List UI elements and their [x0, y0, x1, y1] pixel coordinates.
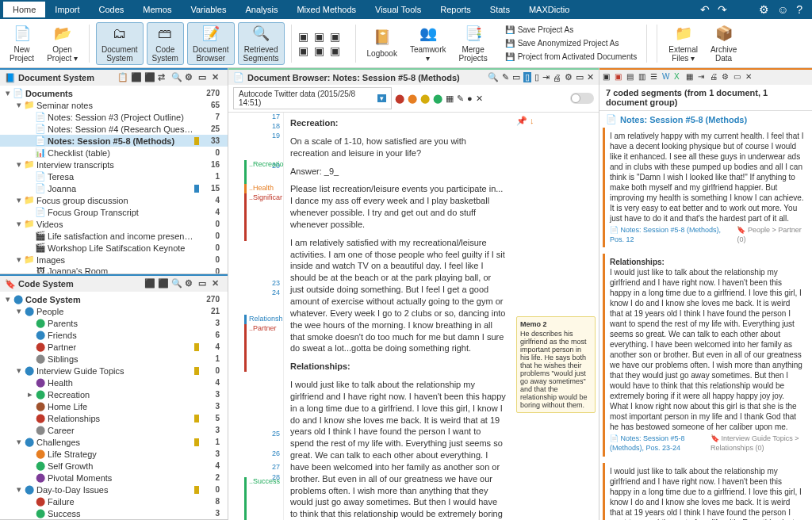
ribbon-retrieved[interactable]: 🔍RetrievedSegments	[238, 22, 285, 65]
tree-row[interactable]: ▾📁Seminar notes65	[0, 99, 228, 111]
menu-tab-analysis[interactable]: Analysis	[236, 2, 287, 17]
layout-icon[interactable]: ▣	[330, 44, 344, 57]
tool-icon[interactable]: 🔍	[171, 278, 182, 289]
retrieved-segment[interactable]: I would just like to talk about the rela…	[603, 463, 809, 520]
memo-box[interactable]: Memo 2 He describes his girlfriend as th…	[516, 316, 596, 413]
tree-row[interactable]: 📄Notes: Session #3 (Project Outline)7	[0, 111, 228, 123]
tool-icon[interactable]: ▯	[534, 72, 539, 82]
excel-icon[interactable]: X	[674, 72, 684, 82]
retrieved-segment[interactable]: I am relatively happy with my current he…	[603, 128, 809, 247]
settings-icon[interactable]: ⚙	[565, 72, 573, 82]
smile-icon[interactable]: ☺	[777, 3, 788, 16]
tree-row[interactable]: ▾⬤Challenges1	[0, 436, 228, 448]
close-icon[interactable]: ✕	[212, 278, 223, 289]
tree-row[interactable]: ⬤Failure8	[0, 495, 228, 507]
menu-tab-import[interactable]: Import	[45, 2, 89, 17]
tool-icon[interactable]: 🖨	[710, 72, 720, 82]
retrieved-segment[interactable]: Relationships:I would just like to talk …	[603, 254, 809, 456]
tree-row[interactable]: ⬤Siblings1	[0, 353, 228, 365]
tool-icon[interactable]: 🖨	[553, 73, 561, 82]
memo-anchor-icon[interactable]: 📌 ↓	[516, 116, 596, 126]
settings-icon[interactable]: ⚙	[759, 3, 769, 16]
document-tree[interactable]: ▾📄Documents270▾📁Seminar notes65📄Notes: S…	[0, 86, 228, 273]
code-tree[interactable]: ▾⬤Code System270▾⬤People21⬤Parents3⬤Frie…	[0, 292, 228, 519]
tree-row[interactable]: 📄Teresa1	[0, 170, 228, 182]
tool-icon[interactable]: ●	[467, 94, 473, 103]
tree-row[interactable]: ▾📁Focus group discussion4	[0, 194, 228, 206]
ribbon-open[interactable]: 📂OpenProject ▾	[42, 23, 82, 64]
tool-icon[interactable]: 📋	[117, 72, 128, 83]
tree-row[interactable]: ▾📁Interview transcripts16	[0, 159, 228, 170]
tree-row[interactable]: ▾⬤Day-to-Day Issues0	[0, 484, 228, 495]
tool-icon[interactable]: ⬛	[131, 72, 142, 83]
menu-tab-visual tools[interactable]: Visual Tools	[366, 2, 431, 17]
tree-row[interactable]: ⬤Career3	[0, 424, 228, 436]
tree-row[interactable]: 🎬Workshop Life Satifscation Keynote0	[0, 242, 228, 254]
tree-row[interactable]: ⬤Self Growth4	[0, 460, 228, 472]
tool-icon[interactable]: ▯	[523, 72, 531, 82]
tree-row[interactable]: ⬤Partner4	[0, 341, 228, 353]
ribbon-external[interactable]: 📁ExternalFiles ▾	[664, 23, 703, 64]
tree-row[interactable]: ⬤Home Life3	[0, 400, 228, 412]
search-icon[interactable]: 🔍	[488, 72, 499, 82]
menu-tab-reports[interactable]: Reports	[431, 2, 481, 17]
tool-icon[interactable]: ▣	[615, 72, 625, 82]
collapse-icon[interactable]: ▭	[198, 72, 209, 83]
collapse-icon[interactable]: ▭	[733, 72, 744, 82]
tool-icon[interactable]: ⬛	[144, 278, 155, 289]
tree-row[interactable]: ▾⬤Interview Guide Topics0	[0, 365, 228, 377]
layout-icon[interactable]: ▣	[298, 44, 312, 57]
collapse-icon[interactable]: ▭	[576, 72, 584, 82]
ribbon-code[interactable]: 🗃CodeSystem	[147, 22, 184, 65]
tree-row[interactable]: 🖼Joanna's Room0	[0, 266, 228, 273]
tool-icon[interactable]: ▭	[512, 72, 520, 82]
close-icon[interactable]: ✕	[212, 72, 223, 83]
tool-icon[interactable]: ▣	[603, 72, 613, 82]
tree-row[interactable]: 📄Joanna15	[0, 182, 228, 194]
layout-icon[interactable]: ▣	[330, 30, 344, 43]
tool-icon[interactable]: ⬤	[395, 94, 404, 104]
tree-row[interactable]: ⬤Friends6	[0, 329, 228, 341]
tree-row[interactable]: ▾📁Images0	[0, 254, 228, 266]
close-icon[interactable]: ✕	[745, 72, 756, 82]
tool-icon[interactable]: ▦	[446, 94, 454, 104]
autocode-dropdown[interactable]: Autocode Twitter data (2015/25/8 14:51)▾	[233, 87, 392, 109]
ribbon-new[interactable]: 📄NewProject	[5, 23, 39, 64]
tool-icon[interactable]: ✎	[457, 94, 464, 104]
ribbon-teamwork[interactable]: 👥Teamwork▾	[405, 23, 451, 64]
tool-icon[interactable]: ▤	[626, 72, 637, 82]
tool-icon[interactable]: ⬛	[144, 72, 155, 83]
redo-icon[interactable]: ↷	[718, 3, 727, 16]
toggle-switch[interactable]	[570, 93, 594, 104]
tree-row[interactable]: ▾⬤People21	[0, 305, 228, 317]
tree-row[interactable]: ▾⬤Code System270	[0, 293, 228, 305]
ribbon-logbook[interactable]: 📔Logbook	[362, 27, 402, 59]
tree-row[interactable]: ⬤Success3	[0, 507, 228, 519]
tree-row[interactable]: ▸⬤Recreation3	[0, 388, 228, 400]
menu-tab-memos[interactable]: Memos	[133, 2, 181, 17]
layout-icon[interactable]: ▣	[314, 30, 328, 43]
menu-tab-codes[interactable]: Codes	[90, 2, 134, 17]
tree-row[interactable]: ▾📁Videos0	[0, 218, 228, 230]
settings-icon[interactable]: ⚙	[185, 72, 196, 83]
word-icon[interactable]: W	[662, 72, 672, 82]
tool-icon[interactable]: ⇥	[542, 72, 550, 82]
close-icon[interactable]: ✕	[587, 72, 594, 82]
tool-icon[interactable]: ⬤	[420, 94, 430, 104]
menu-tab-home[interactable]: Home	[3, 2, 45, 17]
menu-tab-stats[interactable]: Stats	[481, 2, 519, 17]
menu-tab-variables[interactable]: Variables	[181, 2, 236, 17]
document-text[interactable]: Recreation:On a scale of 1-10, how satis…	[284, 113, 513, 520]
tree-row[interactable]: 📄Notes: Session #5-8 (Methods)33	[0, 135, 228, 147]
collapse-icon[interactable]: ▭	[198, 278, 209, 289]
tree-row[interactable]: ⬤Life Strategy3	[0, 448, 228, 460]
tree-row[interactable]: ⬤Relationships5	[0, 412, 228, 424]
menu-tab-maxdictio[interactable]: MAXDictio	[519, 2, 579, 17]
settings-icon[interactable]: ⚙	[185, 278, 196, 289]
ribbon-save-option[interactable]: 💾Project from Activated Documents	[502, 51, 641, 63]
segments-list[interactable]: I am relatively happy with my current he…	[599, 128, 812, 520]
tree-row[interactable]: ⬤Parents3	[0, 317, 228, 329]
ribbon-document[interactable]: 📝DocumentBrowser	[187, 22, 235, 65]
tool-icon[interactable]: ⬤	[433, 94, 442, 104]
layout-icon[interactable]: ▣	[298, 30, 312, 43]
